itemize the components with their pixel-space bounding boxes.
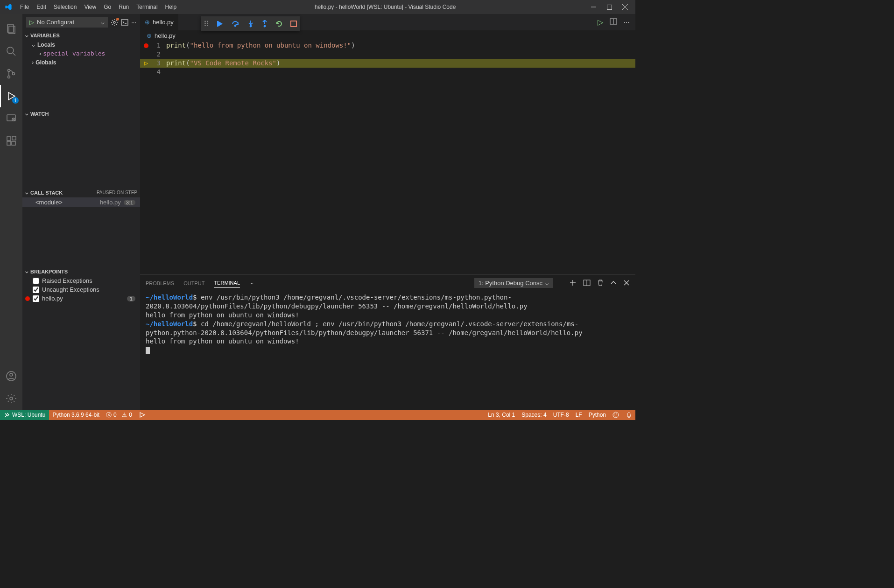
checkbox[interactable]	[33, 278, 39, 284]
status-debug-start-icon[interactable]	[135, 410, 149, 420]
titlebar: File Edit Selection View Go Run Terminal…	[0, 0, 635, 14]
menu-terminal[interactable]: Terminal	[133, 4, 161, 10]
activity-search-icon[interactable]	[0, 40, 22, 63]
activity-explorer-icon[interactable]	[0, 18, 22, 40]
variables-label: VARIABLES	[30, 33, 60, 38]
maximize-panel-icon[interactable]	[610, 280, 617, 287]
checkbox[interactable]	[33, 287, 39, 293]
svg-rect-1	[607, 5, 612, 9]
breadcrumb[interactable]: ⊕ hello.py	[140, 30, 635, 41]
svg-marker-39	[140, 413, 145, 417]
drag-grip-icon[interactable]: ⠿	[204, 20, 209, 28]
run-file-icon[interactable]: ▷	[598, 18, 603, 27]
chevron-right-icon: ›	[39, 50, 41, 57]
callstack-label: CALL STACK	[30, 190, 63, 196]
editor-tab-hello[interactable]: ⊕ hello.py	[140, 14, 179, 30]
python-file-icon: ⊕	[147, 32, 152, 39]
split-terminal-icon[interactable]	[583, 279, 591, 287]
variable-special[interactable]: ›special variables	[22, 49, 140, 58]
more-icon[interactable]: ···	[249, 280, 253, 286]
split-editor-icon[interactable]	[610, 18, 617, 27]
new-terminal-icon[interactable]	[569, 279, 577, 287]
breakpoint-raised[interactable]: Raised Exceptions	[22, 276, 140, 285]
menu-edit[interactable]: Edit	[33, 4, 50, 10]
activity-accounts-icon[interactable]	[0, 365, 22, 387]
chevron-down-icon: ⌵	[25, 189, 28, 196]
menu-help[interactable]: Help	[162, 4, 181, 10]
checkbox[interactable]	[33, 295, 39, 302]
kill-terminal-icon[interactable]	[597, 279, 604, 287]
step-into-icon[interactable]	[247, 20, 254, 28]
code-editor[interactable]: 1 print("hello from python on ubuntu on …	[140, 41, 635, 274]
menu-go[interactable]: Go	[100, 4, 115, 10]
terminal-selector[interactable]: 1: Python Debug Consc⌵	[474, 278, 553, 288]
breakpoints-section-header[interactable]: ⌵ BREAKPOINTS	[22, 266, 140, 276]
activity-sourcecontrol-icon[interactable]	[0, 63, 22, 85]
terminal-cursor	[146, 347, 150, 354]
menu-file[interactable]: File	[16, 4, 33, 10]
activity-remote-icon[interactable]	[0, 107, 22, 130]
activity-settings-icon[interactable]	[0, 387, 22, 410]
activity-extensions-icon[interactable]	[0, 130, 22, 152]
step-out-icon[interactable]	[261, 20, 268, 28]
status-notifications-icon[interactable]	[622, 410, 635, 420]
svg-point-6	[7, 47, 14, 54]
more-icon[interactable]: ···	[131, 19, 136, 26]
status-python[interactable]: Python 3.6.9 64-bit	[49, 410, 103, 420]
menu-run[interactable]: Run	[115, 4, 133, 10]
svg-point-22	[113, 21, 115, 23]
debug-toolbar[interactable]: ⠿	[201, 16, 300, 31]
status-remote[interactable]: WSL: Ubuntu	[0, 410, 49, 420]
svg-point-37	[264, 26, 266, 27]
breakpoint-uncaught[interactable]: Uncaught Exceptions	[22, 285, 140, 294]
terminal-content[interactable]: ~/helloWorld$ env /usr/bin/python3 /home…	[140, 291, 635, 410]
current-line-arrow-icon: ▷	[144, 59, 148, 68]
frame-file: hello.py	[100, 199, 121, 206]
status-position[interactable]: Ln 3, Col 1	[485, 410, 518, 420]
svg-rect-18	[12, 136, 16, 140]
status-encoding[interactable]: UTF-8	[550, 410, 572, 420]
callstack-section-header[interactable]: ⌵ CALL STACK PAUSED ON STEP	[22, 188, 140, 197]
window-maximize-icon[interactable]	[606, 5, 612, 10]
menu-view[interactable]: View	[80, 4, 100, 10]
status-eol[interactable]: LF	[572, 410, 585, 420]
python-file-icon: ⊕	[145, 19, 150, 26]
breakpoint-dot-icon[interactable]	[144, 43, 148, 48]
breadcrumb-file: hello.py	[155, 32, 176, 39]
step-over-icon[interactable]	[232, 20, 240, 28]
status-feedback-icon[interactable]	[609, 410, 622, 420]
restart-icon[interactable]	[275, 20, 283, 28]
variables-section-header[interactable]: ⌵ VARIABLES	[22, 30, 140, 40]
activity-bar: 1	[0, 14, 22, 410]
variable-scope-globals[interactable]: ›Globals	[22, 58, 140, 67]
chevron-down-icon: ⌵	[25, 111, 28, 117]
breakpoint-file[interactable]: hello.py1	[22, 294, 140, 303]
window-minimize-icon[interactable]	[590, 5, 597, 10]
svg-point-21	[10, 397, 13, 400]
chevron-down-icon: ⌵	[25, 32, 28, 38]
line-number: 1	[152, 41, 166, 50]
panel-tab-output[interactable]: OUTPUT	[183, 279, 204, 288]
line-number: 2	[152, 50, 166, 59]
debug-config-dropdown[interactable]: ▷ No Configurat ⌵	[26, 17, 108, 28]
watch-section-header[interactable]: ⌵ WATCH	[22, 109, 140, 119]
status-spaces[interactable]: Spaces: 4	[518, 410, 549, 420]
panel-tab-terminal[interactable]: TERMINAL	[214, 278, 240, 288]
more-icon[interactable]: ···	[624, 18, 630, 27]
menu-selection[interactable]: Selection	[50, 4, 80, 10]
stop-icon[interactable]	[290, 21, 297, 27]
close-panel-icon[interactable]	[623, 280, 630, 287]
status-language[interactable]: Python	[585, 410, 609, 420]
debug-console-icon[interactable]	[121, 19, 128, 26]
window-close-icon[interactable]	[622, 4, 628, 10]
gear-icon[interactable]	[111, 19, 118, 26]
svg-point-33	[235, 25, 236, 27]
activity-debug-icon[interactable]: 1	[0, 85, 22, 107]
variable-scope-locals[interactable]: ⌵Locals	[22, 40, 140, 49]
menu-bar: File Edit Selection View Go Run Terminal…	[16, 4, 180, 10]
status-errors[interactable]: ⓧ0 ⚠0	[103, 410, 135, 420]
svg-point-10	[13, 73, 15, 75]
panel-tab-problems[interactable]: PROBLEMS	[146, 279, 174, 288]
continue-icon[interactable]	[217, 20, 224, 28]
callstack-frame[interactable]: <module> hello.py 3:1	[22, 197, 140, 207]
